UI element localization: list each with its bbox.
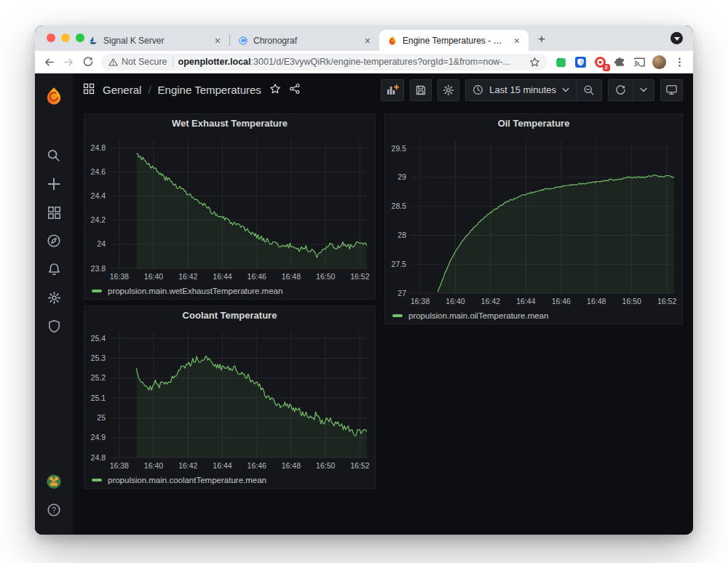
close-window-button[interactable]	[47, 33, 55, 42]
y-tick-label: 24.8	[91, 453, 106, 462]
browser-window: Signal K Server × Chronograf ×	[35, 25, 693, 535]
coolant-chart[interactable]: 16:3816:4016:4216:4416:4616:4816:5016:52…	[84, 325, 375, 472]
panel-oil[interactable]: Oil Temperature 16:3816:4016:4216:4416:4…	[384, 113, 683, 324]
zoom-out-button[interactable]	[576, 80, 601, 100]
refresh-button[interactable]	[609, 80, 633, 100]
clock-icon	[472, 84, 483, 95]
panel-wet-exhaust[interactable]: Wet Exhaust Temperature 16:3816:4016:421…	[84, 113, 376, 300]
profile-avatar[interactable]	[652, 55, 666, 69]
bitwarden-extension-button[interactable]	[574, 55, 587, 68]
tab-chronograf[interactable]: Chronograf ×	[230, 30, 379, 51]
breadcrumb-folder[interactable]: General	[103, 84, 141, 96]
mark-favorite-button[interactable]	[269, 83, 281, 97]
search-icon[interactable]	[41, 143, 67, 169]
back-button[interactable]	[42, 55, 55, 68]
x-tick-label: 16:50	[622, 297, 641, 306]
grafana-logo-icon[interactable]	[41, 83, 67, 109]
share-icon	[289, 83, 301, 95]
x-tick-label: 16:40	[144, 461, 163, 470]
refresh-icon	[615, 84, 626, 95]
close-tab-icon[interactable]: ×	[363, 36, 372, 46]
time-picker-button[interactable]: Last 15 minutes	[466, 80, 576, 100]
series-fill	[438, 175, 674, 293]
x-tick-label: 16:46	[552, 297, 571, 306]
red-extension-button[interactable]: 2	[593, 55, 606, 68]
create-plus-icon[interactable]	[41, 171, 67, 197]
x-tick-label: 16:46	[248, 461, 266, 470]
x-tick-label: 16:38	[110, 272, 129, 281]
y-tick-label: 23.8	[91, 264, 106, 273]
new-tab-button[interactable]: +	[533, 31, 550, 48]
zoom-out-icon	[583, 84, 595, 96]
user-avatar[interactable]	[41, 468, 67, 495]
y-tick-label: 25.1	[91, 394, 106, 402]
breadcrumb: General / Engine Temperatures	[103, 84, 261, 96]
share-dashboard-button[interactable]	[289, 83, 301, 97]
x-tick-label: 16:44	[516, 297, 535, 306]
alerting-bell-icon[interactable]	[41, 256, 67, 282]
panel-title[interactable]: Oil Temperature	[385, 114, 682, 133]
oil-chart[interactable]: 16:3816:4016:4216:4416:4616:4816:5016:52…	[385, 133, 682, 308]
cycle-view-button[interactable]	[660, 79, 683, 101]
series-fill	[136, 356, 366, 458]
refresh-interval-button[interactable]	[633, 80, 654, 100]
save-dashboard-button[interactable]	[410, 79, 432, 101]
y-tick-label: 24.2	[91, 215, 106, 224]
puzzle-icon	[614, 56, 626, 68]
cast-button[interactable]	[633, 55, 646, 68]
browser-toolbar: Not Secure openplotter.local:3001/d/E3vy…	[35, 51, 693, 73]
time-range-label: Last 15 minutes	[489, 84, 556, 95]
legend-label[interactable]: propulsion.main.coolantTemperature.mean	[108, 476, 266, 484]
x-tick-label: 16:48	[282, 272, 301, 281]
dashboard-settings-button[interactable]	[438, 79, 459, 101]
tab-signalk[interactable]: Signal K Server ×	[80, 30, 229, 51]
breadcrumb-title[interactable]: Engine Temperatures	[158, 84, 261, 96]
x-tick-label: 16:50	[316, 272, 335, 281]
x-tick-label: 16:52	[350, 272, 369, 281]
explore-compass-icon[interactable]	[41, 228, 67, 254]
minimize-window-button[interactable]	[61, 33, 70, 42]
y-tick-label: 27.5	[392, 260, 407, 268]
tab-label: Engine Temperatures - Grafana	[403, 36, 507, 46]
forward-button[interactable]	[62, 55, 75, 68]
chronograf-favicon-icon	[237, 35, 248, 46]
chevron-down-icon	[674, 37, 680, 41]
breadcrumb-separator: /	[148, 84, 151, 96]
evernote-extension-button[interactable]	[554, 55, 567, 68]
tab-strip: Signal K Server × Chronograf ×	[35, 25, 693, 51]
security-indicator[interactable]: Not Secure	[108, 57, 167, 67]
x-tick-label: 16:42	[178, 461, 197, 470]
close-tab-icon[interactable]: ×	[213, 36, 222, 46]
legend: propulsion.main.oilTemperature.mean	[385, 308, 682, 324]
extensions-button[interactable]	[613, 55, 626, 68]
add-panel-button[interactable]	[381, 79, 404, 101]
configuration-gear-icon[interactable]	[41, 284, 67, 311]
fullscreen-window-button[interactable]	[76, 33, 84, 42]
url-text: openplotter.local:3001/d/E3vywQiRk/engin…	[178, 57, 510, 67]
legend: propulsion.main.coolantTemperature.mean	[84, 472, 375, 488]
tab-grafana-active[interactable]: Engine Temperatures - Grafana ×	[379, 30, 529, 51]
cast-icon	[633, 56, 646, 68]
close-tab-icon[interactable]: ×	[513, 36, 521, 46]
y-tick-label: 28.5	[392, 201, 407, 210]
address-bar[interactable]: Not Secure openplotter.local:3001/d/E3vy…	[101, 54, 547, 71]
wet-exhaust-chart[interactable]: 16:3816:4016:4216:4416:4616:4816:5016:52…	[84, 133, 375, 283]
panel-title[interactable]: Coolant Temperature	[84, 306, 375, 325]
browser-menu-button[interactable]	[673, 55, 686, 68]
reload-button[interactable]	[82, 55, 95, 68]
legend-label[interactable]: propulsion.main.oilTemperature.mean	[408, 311, 548, 320]
tab-search-button[interactable]	[670, 32, 683, 44]
bookmark-star-button[interactable]	[529, 57, 540, 68]
dashboards-grid-icon[interactable]	[41, 199, 67, 225]
server-admin-shield-icon[interactable]	[41, 313, 67, 339]
grafana-topnav: General / Engine Temperatures	[73, 73, 693, 106]
panel-title[interactable]: Wet Exhaust Temperature	[84, 114, 375, 133]
y-tick-label: 29.5	[392, 144, 407, 153]
x-tick-label: 16:38	[411, 297, 430, 306]
y-tick-label: 29	[397, 172, 406, 181]
legend-label[interactable]: propulsion.main.wetExhaustTemperature.me…	[108, 287, 282, 295]
grafana-app: ? General / Engine Temperatures	[35, 73, 693, 535]
panel-coolant[interactable]: Coolant Temperature 16:3816:4016:4216:44…	[84, 306, 376, 489]
url-host: openplotter.local	[178, 57, 251, 67]
help-question-icon[interactable]: ?	[41, 497, 67, 523]
